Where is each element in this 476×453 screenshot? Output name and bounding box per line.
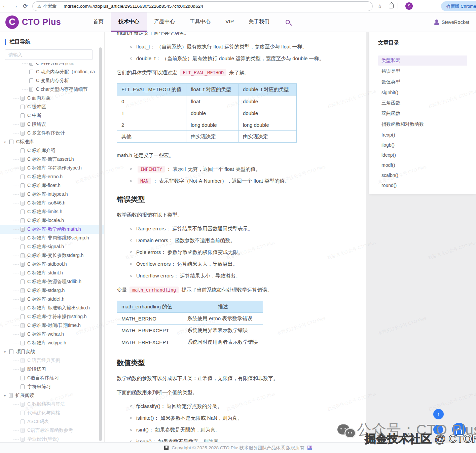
sidebar-scrollbar[interactable] (99, 47, 102, 441)
sidebar-tree-item[interactable]: ▾ C 内存分配与管理 (0, 63, 104, 68)
sidebar-tree-item[interactable]: ▾ C 标准库-wchar.h (0, 330, 104, 339)
sidebar-tree-item[interactable]: ▾ C 标准库-wctype.h (0, 339, 104, 347)
tree-item-label: C 标准库-stdarg.h (27, 288, 65, 294)
nav-item[interactable]: 产品中心 (147, 12, 182, 32)
sidebar-tree-item[interactable]: ▾ C 中断 (0, 111, 104, 120)
url-text[interactable]: mdrsec.com/#/ctoplus_article/295116630f5… (64, 4, 203, 9)
sidebar-tree-item[interactable]: ▾ 项目实战 (0, 347, 104, 356)
page-body: 栏目导航 ▾ C 内存分配与管理 ▾ C 动态内存分配（malloc, ca..… (0, 32, 476, 442)
chrome-update-button[interactable]: 有新版 Chrome 可用 (441, 1, 476, 11)
customer-service-button[interactable] (452, 423, 466, 437)
nav-search[interactable] (286, 12, 290, 32)
article-content: math.h 新定义了两个类型别名。 float_t： （当前系统）最有效执行 … (104, 32, 366, 442)
document-icon (29, 70, 33, 74)
sidebar-tree-item[interactable]: ▾ C 标准库-iso646.h (0, 199, 104, 207)
sidebar-tree-item[interactable]: ▾ C标准库 (0, 138, 104, 146)
tree-item-label: C 标准库-时间/日期time.h (27, 323, 81, 329)
toc-item[interactable]: 类型和宏 (378, 55, 467, 66)
forward-icon[interactable]: → (10, 3, 20, 9)
sidebar-tree-item[interactable]: ▾ C 缓冲区 (0, 103, 104, 111)
toc-item[interactable]: frexp() (378, 130, 467, 140)
browser-profile-avatar[interactable]: S (405, 2, 413, 10)
sidebar-tree-item[interactable]: ▾ C 标准库-signal.h (0, 242, 104, 251)
list-item: Underflow errors： 运算结果太小，导致溢出。 (130, 272, 354, 279)
sidebar-tree-item[interactable]: ▾ C 标准库-limits.h (0, 207, 104, 216)
sidebar-tree-item[interactable]: ▾ C 标准库-标准输入输出stdio.h (0, 304, 104, 312)
sidebar-tree-item[interactable]: ▾ C 变量内存分析 (0, 76, 104, 85)
toc-item[interactable]: 错误类型 (378, 66, 467, 76)
sidebar-tree-item[interactable]: ▾ C 标准库-float.h (0, 181, 104, 190)
sidebar-tree-item[interactable]: ▾ C 标准库-资源管理stdlib.h (0, 277, 104, 286)
caret-down-icon[interactable]: ▾ (4, 140, 9, 144)
sidebar-tree-item[interactable]: ▾ C 段错误 (0, 120, 104, 129)
sidebar-tree-item[interactable]: ▾ 代码优化与风格 (0, 409, 104, 417)
toc-item[interactable]: round() (378, 181, 467, 190)
sidebar-tree-item[interactable]: ▾ C 多文件程序设计 (0, 129, 104, 138)
reload-icon[interactable]: ⟳ (20, 3, 30, 10)
sidebar-tree-item[interactable]: ▾ C 标准库-非局部跳转setjmp.h (0, 234, 104, 242)
toc-item[interactable]: 指数函数和对数函数 (378, 119, 467, 129)
scroll-to-top-button[interactable]: ↑ (433, 409, 444, 419)
sidebar-tree-item[interactable]: ▾ 字符串练习 (0, 382, 104, 391)
sidebar-tree-item[interactable]: ▾ 毕业设计(毕设) (0, 435, 104, 442)
sidebar-tree-item[interactable]: ▾ C 标准库-stddef.h (0, 295, 104, 304)
toc-item[interactable]: signbit() (378, 88, 467, 97)
sidebar-tree-item[interactable]: ▾ C 标准库-时间/日期time.h (0, 321, 104, 330)
sidebar-tree-item[interactable]: ▾ C 数据结构与算法 (0, 400, 104, 409)
sidebar-tree-item[interactable]: ▾ C语言标准库函数参考 (0, 426, 104, 435)
caret-down-icon[interactable]: ▾ (4, 350, 9, 354)
toc-item[interactable]: 数值类型 (378, 77, 467, 87)
sidebar-tree-item[interactable]: ▾ C 标准库-数学函数math.h (0, 225, 104, 234)
sidebar-tree-item[interactable]: ▾ 阶段练习 (0, 365, 104, 374)
toc-item[interactable]: ilogb() (378, 140, 467, 150)
site-logo[interactable]: C CTO Plus (5, 12, 61, 32)
scroll-to-bottom-button[interactable]: ↓ (433, 425, 443, 435)
bookmark-star-icon[interactable]: ☆ (377, 3, 382, 9)
tree-item-label: 毕业设计(毕设) (27, 436, 59, 442)
sidebar-tree-item[interactable]: ▾ C 标准库-字符操作ctype.h (0, 164, 104, 173)
nav-item[interactable]: 首页 (86, 12, 111, 32)
extensions-icon[interactable] (389, 4, 394, 8)
sidebar-tree-item[interactable]: ▾ ASCII码表 (0, 417, 104, 426)
sidebar-tree-item[interactable]: ▾ C 标准库-inttypes.h (0, 190, 104, 199)
toc-item[interactable]: 三角函数 (378, 98, 467, 108)
security-chip[interactable]: ⚠ 不安全 (37, 3, 60, 9)
sidebar-tree-item[interactable]: ▾ C 标准库-stdint.h (0, 269, 104, 277)
sidebar-tree-item[interactable]: ▾ C 面向对象 (0, 94, 104, 103)
sidebar-tree-item[interactable]: ▾ C 动态内存分配（malloc, ca... (0, 68, 104, 76)
sidebar-tree-item[interactable]: ▾ C char类型内存存储细节 (0, 85, 104, 94)
sidebar-tree-item[interactable]: ▾ C语言程序练习 (0, 374, 104, 382)
sidebar-tree-item[interactable]: ▾ C 标准库-字符串操作string.h (0, 312, 104, 321)
tree-connector (13, 387, 19, 387)
tree-item-label: C 动态内存分配（malloc, ca... (36, 69, 99, 75)
sidebar-search-input[interactable] (5, 49, 93, 60)
sidebar-tree-item[interactable]: ▾ C 标准库-stdarg.h (0, 286, 104, 295)
tree-item-label: C 多文件程序设计 (27, 130, 65, 136)
caret-down-icon[interactable]: ▾ (4, 394, 9, 398)
sidebar-tree-item[interactable]: ▾ C 标准库-stdbool.h (0, 260, 104, 269)
user-menu[interactable]: SteveRocket (434, 12, 469, 32)
back-icon[interactable]: ← (0, 3, 10, 9)
nav-item[interactable]: VIP (218, 12, 241, 32)
tree-connector (13, 238, 19, 238)
sidebar-tree-item[interactable]: ▾ C 标准库-locale.h (0, 216, 104, 225)
toc-item[interactable]: modf() (378, 160, 467, 170)
document-icon (21, 323, 25, 328)
nav-item[interactable]: 工具中心 (182, 12, 218, 32)
table-cell: long double (186, 119, 239, 131)
sidebar-tree-item[interactable]: ▾ C 语言经典实例 (0, 356, 104, 365)
address-bar[interactable]: ⚠ 不安全 mdrsec.com/#/ctoplus_article/29511… (32, 1, 373, 11)
toc-item-label: ldexp() (381, 152, 396, 158)
toc-item[interactable]: 双曲函数 (378, 109, 467, 119)
nav-item[interactable]: 关于我们 (241, 12, 277, 32)
nav-item[interactable]: 技术中心 (111, 12, 147, 32)
sidebar-tree-item[interactable]: ▾ C 标准库-变长参数stdarg.h (0, 251, 104, 260)
tree-item-label: C 语言经典实例 (27, 357, 60, 364)
sidebar-tree-item[interactable]: ▾ C 标准库介绍 (0, 146, 104, 155)
sidebar-tree-item[interactable]: ▾ C 标准库-断言assert.h (0, 155, 104, 164)
table-row: 0floatdouble (117, 96, 297, 107)
toc-item[interactable]: scalbn() (378, 171, 467, 180)
toc-item[interactable]: ldexp() (378, 150, 467, 160)
sidebar-tree-item[interactable]: ▾ C 标准库-errno.h (0, 173, 104, 181)
sidebar-tree-item[interactable]: ▾ 扩展阅读 (0, 391, 104, 400)
